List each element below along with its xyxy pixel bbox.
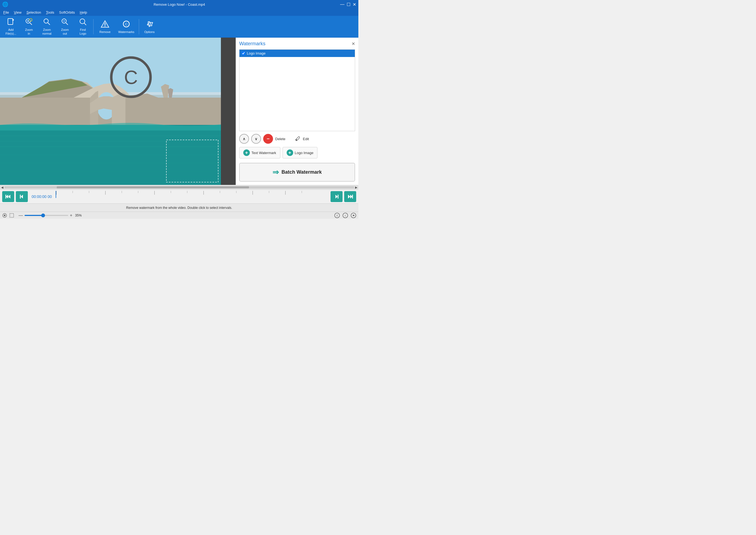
delete-button[interactable]: − xyxy=(263,134,273,144)
edit-button[interactable]: Edit xyxy=(303,137,309,141)
ruler-tick xyxy=(154,191,171,195)
minimize-button[interactable]: — xyxy=(340,2,345,7)
find-logo-label: FindLogo xyxy=(80,28,86,35)
zoom-in-button[interactable]: 1 Zoomin xyxy=(20,17,38,37)
maximize-button[interactable]: ☐ xyxy=(347,2,350,7)
zoom-out-button[interactable]: Zoomout xyxy=(56,17,74,37)
svg-marker-51 xyxy=(8,195,10,199)
add-files-button[interactable]: AddFile(s)... xyxy=(2,17,20,37)
controls-row: ∧ ∨ − Delete Edit xyxy=(239,134,355,144)
fit-view-icon[interactable] xyxy=(2,213,7,218)
menu-help[interactable]: Help xyxy=(78,10,90,15)
status-left xyxy=(0,213,16,218)
ruler-tick xyxy=(56,191,72,195)
batch-watermark-button[interactable]: ⇒ Batch Watermark xyxy=(239,163,355,182)
window-title: Remove Logo Now! - Coast.mp4 xyxy=(18,2,340,7)
close-button[interactable]: ✕ xyxy=(353,2,356,7)
svg-marker-55 xyxy=(335,195,338,199)
rewind-start-button[interactable] xyxy=(2,191,14,202)
batch-watermark-label: Batch Watermark xyxy=(281,169,322,175)
ruler-tick xyxy=(220,191,236,193)
watermarks-list: Logo Image xyxy=(239,49,355,131)
svg-rect-56 xyxy=(338,195,338,199)
status-message-bar: Remove watermark from the whole video. D… xyxy=(0,203,358,211)
add-text-watermark-button[interactable]: + Text Watermark xyxy=(239,147,280,158)
step-forward-button[interactable] xyxy=(330,191,343,202)
svg-rect-62 xyxy=(10,213,14,217)
svg-rect-0 xyxy=(8,18,13,24)
svg-point-49 xyxy=(296,139,297,140)
ruler-tick xyxy=(302,191,318,193)
svg-rect-54 xyxy=(20,195,21,199)
zoom-out-icon xyxy=(61,18,69,27)
options-button[interactable]: Options xyxy=(141,17,158,37)
remove-icon xyxy=(100,20,110,29)
edit-label: Edit xyxy=(303,137,309,141)
timeline-ruler xyxy=(56,190,327,203)
remove-button[interactable]: Remove xyxy=(95,17,115,37)
ruler-tick xyxy=(89,191,105,193)
add-files-icon xyxy=(7,18,15,27)
watermarks-close-button[interactable]: ✕ xyxy=(351,41,355,46)
svg-line-12 xyxy=(66,23,68,25)
ruler-tick xyxy=(72,191,89,193)
zoom-in-label: Zoomin xyxy=(25,28,33,35)
video-area: C xyxy=(0,38,236,185)
ruler-tick xyxy=(187,191,204,193)
facebook-icon[interactable]: f xyxy=(334,213,340,218)
main-area: C Watermarks ✕ Logo Image ∧ ∨ − xyxy=(0,38,358,185)
watermarks-label: Watermarks xyxy=(118,30,134,34)
step-back-button[interactable] xyxy=(16,191,28,202)
menu-view[interactable]: View xyxy=(12,10,24,15)
remove-label: Remove xyxy=(99,30,111,34)
ruler-tick xyxy=(285,191,302,195)
watermarks-panel: Watermarks ✕ Logo Image ∧ ∨ − Delete xyxy=(236,38,358,185)
add-logo-image-button[interactable]: + Logo Image xyxy=(283,147,318,158)
menu-bar: File View Selection Tools SoftOrbits Hel… xyxy=(0,9,358,16)
menu-selection[interactable]: Selection xyxy=(24,10,43,15)
twitter-icon[interactable]: t xyxy=(343,213,348,218)
zoom-plus-button[interactable]: + xyxy=(70,213,72,218)
svg-line-15 xyxy=(84,23,86,25)
scroll-thumb[interactable] xyxy=(57,186,249,188)
scroll-left-arrow[interactable]: ◀ xyxy=(1,186,3,189)
svg-text:1: 1 xyxy=(30,19,31,21)
watermark-item-logo[interactable]: Logo Image xyxy=(239,50,355,57)
svg-marker-57 xyxy=(348,195,350,199)
zoom-normal-button[interactable]: Zoomnormal xyxy=(38,17,56,37)
chevron-down-icon: ∨ xyxy=(255,137,258,141)
menu-file[interactable]: File xyxy=(1,10,11,15)
zoom-slider-thumb[interactable] xyxy=(41,213,45,217)
find-logo-button[interactable]: FindLogo xyxy=(74,17,92,37)
watermarks-button[interactable]: © Watermarks xyxy=(115,17,137,37)
watermark-item-label: Logo Image xyxy=(247,51,266,55)
ruler-tick xyxy=(236,191,253,193)
menu-tools[interactable]: Tools xyxy=(43,10,56,15)
social-icons: f t xyxy=(334,213,358,218)
delete-text-button[interactable]: Delete xyxy=(275,137,286,141)
zoom-normal-icon xyxy=(43,18,51,27)
zoom-minus-button[interactable]: — xyxy=(18,213,23,218)
move-down-button[interactable]: ∨ xyxy=(251,134,261,144)
status-bar: — + 35% f t xyxy=(0,211,358,219)
toolbar: AddFile(s)... 1 Zoomin Zoomnormal xyxy=(0,16,358,38)
ruler-tick xyxy=(269,191,285,193)
scroll-right-arrow[interactable]: ▶ xyxy=(355,186,357,189)
menu-softorbits[interactable]: SoftOrbits xyxy=(57,10,77,15)
selection-view-icon[interactable] xyxy=(9,213,14,218)
zoom-slider[interactable] xyxy=(25,215,68,216)
zoom-slider-fill xyxy=(25,215,42,216)
svg-point-61 xyxy=(4,214,6,216)
svg-point-9 xyxy=(44,19,48,23)
horizontal-scrollbar[interactable]: ◀ ▶ xyxy=(0,185,358,190)
svg-text:C: C xyxy=(124,67,138,88)
ruler-tick xyxy=(138,191,154,193)
fast-forward-button[interactable] xyxy=(344,191,356,202)
youtube-icon[interactable] xyxy=(351,213,356,218)
svg-rect-59 xyxy=(352,195,353,199)
toolbar-separator-2 xyxy=(139,19,139,34)
watermark-item-checkbox[interactable] xyxy=(242,51,245,55)
ruler-tick xyxy=(171,191,187,193)
move-up-button[interactable]: ∧ xyxy=(239,134,249,144)
zoom-in-icon: 1 xyxy=(25,18,33,27)
